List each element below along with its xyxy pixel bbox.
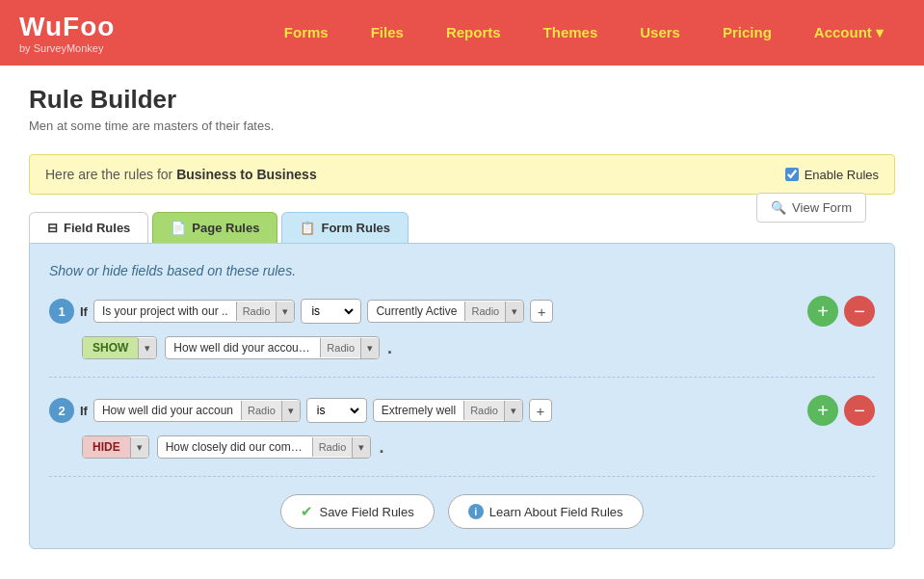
rule-action-row-2: HIDE ▾ How closely did our compa... Radi… <box>82 435 875 459</box>
rule-number-1: 1 <box>49 299 74 324</box>
rule-operator-2[interactable]: is is not <box>306 398 367 423</box>
tab-page-rules[interactable]: 📄 Page Rules <box>152 212 277 243</box>
rule-action-field-text-1: How well did your account... <box>166 337 320 358</box>
rule-if-row-2: 2 If How well did your accoun Radio ▾ is… <box>49 395 875 426</box>
rule-action-field-1[interactable]: How well did your account... Radio ▾ <box>165 336 380 359</box>
rule-value-chevron-2[interactable]: ▾ <box>504 401 522 421</box>
rule-condition-1[interactable]: Is your project with our .. Radio ▾ <box>93 300 295 323</box>
field-rules-icon: ⊟ <box>47 221 58 235</box>
view-form-button[interactable]: 🔍 View Form <box>756 193 866 223</box>
rule-if-row-1: 1 If Is your project with our .. Radio ▾… <box>49 296 875 327</box>
nav-files[interactable]: Files <box>350 24 425 41</box>
rule-condition-type-1: Radio <box>236 302 277 321</box>
tab-form-rules[interactable]: 📋 Form Rules <box>281 212 409 243</box>
save-btn-label: Save Field Rules <box>319 505 413 519</box>
rule-operator-select-1[interactable]: is is not <box>305 302 356 321</box>
action-chevron-2[interactable]: ▾ <box>130 437 148 458</box>
rule-value-text-2: Extremely well <box>374 400 463 421</box>
hide-badge-2: HIDE <box>83 436 130 458</box>
tab-field-rules-label: Field Rules <box>64 221 130 235</box>
header: WuFoo by SurveyMonkey Forms Files Report… <box>0 0 924 66</box>
action-chevron-1[interactable]: ▾ <box>138 338 156 358</box>
logo: WuFoo <box>19 12 115 42</box>
rule-if-label-2: If <box>80 404 88 418</box>
rule-add-btn-1[interactable]: + <box>807 296 838 327</box>
form-name: Business to Business <box>176 167 317 182</box>
nav-reports[interactable]: Reports <box>425 24 522 41</box>
enable-rules-checkbox[interactable] <box>785 168 799 181</box>
nav-users[interactable]: Users <box>619 24 701 41</box>
rule-condition-type-2: Radio <box>241 401 281 420</box>
save-field-rules-button[interactable]: ✔ Save Field Rules <box>280 494 434 529</box>
rule-number-2: 2 <box>49 398 74 423</box>
rule-value-type-1: Radio <box>464 302 505 321</box>
nav: Forms Files Reports Themes Users Pricing… <box>263 24 905 41</box>
nav-forms[interactable]: Forms <box>263 24 350 41</box>
rule-operator-1[interactable]: is is not <box>301 299 361 324</box>
rule-action-row-1: SHOW ▾ How well did your account... Radi… <box>82 336 875 359</box>
checkmark-icon: ✔ <box>301 503 313 520</box>
info-bar-text: Here are the rules for Business to Busin… <box>45 167 317 182</box>
rule-condition-chevron-2[interactable]: ▾ <box>281 401 300 421</box>
show-badge-1: SHOW <box>83 337 138 358</box>
rule-add-condition-2[interactable]: + <box>529 399 552 422</box>
rule-operator-select-2[interactable]: is is not <box>311 401 362 420</box>
rule-action-field-chevron-1[interactable]: ▾ <box>360 338 379 358</box>
rules-panel: Show or hide fields based on these rules… <box>29 243 895 549</box>
rule-condition-2[interactable]: How well did your accoun Radio ▾ <box>93 399 301 422</box>
rule-remove-btn-1[interactable]: − <box>844 296 875 327</box>
nav-themes[interactable]: Themes <box>522 24 620 41</box>
page-subtitle: Men at some time are masters of their fa… <box>29 118 274 133</box>
rule-condition-text-2: How well did your accoun <box>94 400 241 421</box>
rule-value-2[interactable]: Extremely well Radio ▾ <box>373 399 523 422</box>
rule-action-field-chevron-2[interactable]: ▾ <box>352 437 370 458</box>
rule-condition-chevron-1[interactable]: ▾ <box>276 302 294 322</box>
nav-pricing[interactable]: Pricing <box>701 24 793 41</box>
rules-description: Show or hide fields based on these rules… <box>49 263 875 278</box>
rule-action-select-1[interactable]: SHOW ▾ <box>82 336 157 359</box>
rule-condition-text-1: Is your project with our .. <box>94 301 236 322</box>
page-header-row: Rule Builder Men at some time are master… <box>29 85 895 150</box>
rule-add-condition-1[interactable]: + <box>530 300 553 323</box>
rule-value-1[interactable]: Currently Active Radio ▾ <box>367 300 524 323</box>
rule-value-text-1: Currently Active <box>368 301 464 322</box>
rule-value-chevron-1[interactable]: ▾ <box>505 302 523 322</box>
rule-block-2: 2 If How well did your accoun Radio ▾ is… <box>49 395 875 477</box>
enable-rules-text: Enable Rules <box>805 168 879 182</box>
page-header-left: Rule Builder Men at some time are master… <box>29 85 274 150</box>
rule-value-type-2: Radio <box>463 401 504 420</box>
rule-remove-btn-2[interactable]: − <box>844 395 875 426</box>
tab-form-rules-label: Form Rules <box>321 221 390 235</box>
form-rules-icon: 📋 <box>300 221 315 235</box>
page-title: Rule Builder <box>29 85 274 115</box>
rule-action-field-type-1: Radio <box>320 338 360 357</box>
tab-field-rules[interactable]: ⊟ Field Rules <box>29 212 148 243</box>
learn-about-field-rules-button[interactable]: i Learn About Field Rules <box>448 494 644 529</box>
rule-add-btn-2[interactable]: + <box>807 395 838 426</box>
rule-action-field-2[interactable]: How closely did our compa... Radio ▾ <box>157 435 372 459</box>
tab-page-rules-label: Page Rules <box>192 221 259 235</box>
nav-account[interactable]: Account ▾ <box>793 24 905 41</box>
page-rules-icon: 📄 <box>171 221 186 235</box>
period-dot-1: . <box>387 338 392 358</box>
rule-action-field-text-2: How closely did our compa... <box>158 436 312 458</box>
main-content: Rule Builder Men at some time are master… <box>0 66 924 579</box>
rule-action-field-type-2: Radio <box>312 437 353 457</box>
bottom-buttons: ✔ Save Field Rules i Learn About Field R… <box>49 494 875 529</box>
logo-sub: by SurveyMonkey <box>19 42 115 54</box>
info-icon: i <box>468 504 484 519</box>
period-dot-2: . <box>379 437 383 458</box>
magnifier-icon: 🔍 <box>771 200 786 215</box>
rule-if-label-1: If <box>80 304 88 319</box>
logo-area: WuFoo by SurveyMonkey <box>19 12 115 54</box>
view-form-label: View Form <box>792 200 852 215</box>
learn-btn-label: Learn About Field Rules <box>489 505 623 519</box>
rule-block-1: 1 If Is your project with our .. Radio ▾… <box>49 296 875 378</box>
enable-rules-label[interactable]: Enable Rules <box>785 168 879 182</box>
info-bar: Here are the rules for Business to Busin… <box>29 154 895 195</box>
rule-action-select-2[interactable]: HIDE ▾ <box>82 435 149 459</box>
